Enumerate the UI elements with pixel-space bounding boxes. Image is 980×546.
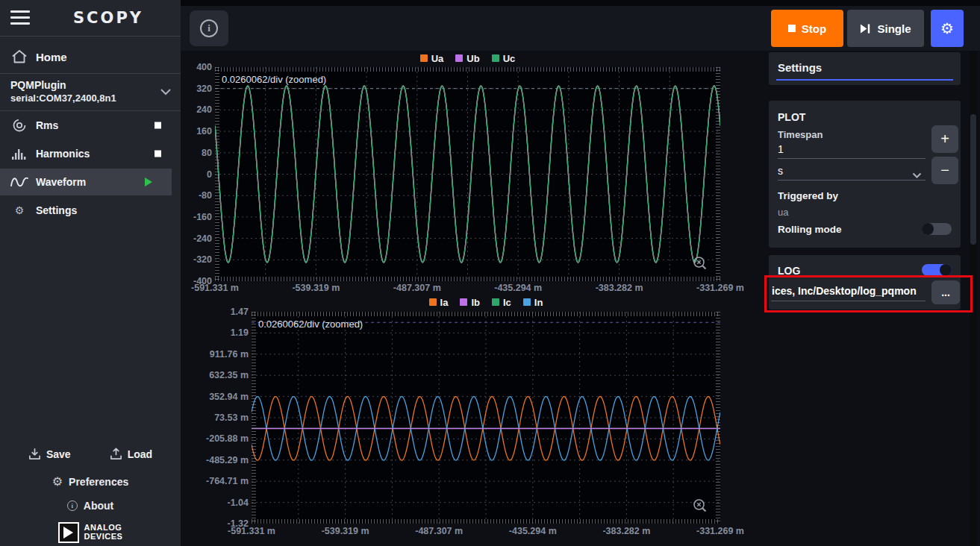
stopped-indicator — [155, 151, 161, 157]
toolbar: i Stop Single ⚙ — [181, 6, 980, 51]
y-tick-label: -160 — [193, 212, 212, 222]
legend-item-Ib: Ib — [460, 297, 480, 308]
x-tick-label: -591.331 m — [191, 283, 239, 293]
about-button[interactable]: i About — [0, 500, 181, 512]
hamburger-menu-icon[interactable] — [10, 10, 30, 25]
y-tick-label: -80 — [199, 190, 212, 201]
legend-item-In: In — [523, 297, 543, 308]
legend-item-Ub: Ub — [455, 53, 479, 64]
x-tick-label: -487.307 m — [415, 526, 463, 536]
adi-triangle-icon — [58, 522, 79, 543]
legend-label: Ua — [431, 53, 444, 64]
stop-button[interactable]: Stop — [771, 10, 843, 47]
rolling-mode-label: Rolling mode — [778, 224, 842, 235]
chevron-down-icon[interactable] — [160, 85, 172, 98]
x-tick-label: -383.282 m — [596, 283, 643, 293]
x-minor-ticks — [215, 277, 720, 281]
gear-icon: ⚙ — [940, 19, 954, 37]
legend-swatch-icon — [460, 298, 467, 306]
timespan-unit-select[interactable]: s — [778, 165, 783, 177]
legend-label: Ia — [440, 297, 449, 308]
y-tick-label: -1.04 — [228, 498, 249, 508]
y-minor-ticks — [716, 312, 720, 524]
y-tick-label: 911.76 m — [210, 349, 249, 360]
sidebar-item-home[interactable]: Home — [0, 43, 181, 70]
sidebar-item-waveform[interactable]: Waveform — [0, 169, 172, 195]
info-icon: i — [67, 501, 78, 511]
y-tick-label: 80 — [202, 148, 212, 158]
divider — [0, 73, 181, 74]
preferences-label: Preferences — [69, 476, 128, 488]
single-label: Single — [877, 22, 911, 35]
plugin-name: PQMPlugin — [10, 79, 66, 91]
download-icon — [30, 449, 40, 459]
y-tick-label: -764.71 m — [206, 476, 249, 486]
y-minor-ticks — [252, 312, 256, 524]
legend-item-Ua: Ua — [420, 53, 444, 64]
legend-swatch-icon — [492, 298, 499, 306]
legend-label: Ib — [471, 297, 480, 308]
scrollbar-thumb[interactable] — [970, 114, 976, 245]
divider — [0, 110, 181, 111]
sidebar-item-settings[interactable]: ⚙ Settings — [0, 197, 181, 224]
rolling-mode-toggle[interactable] — [922, 223, 952, 235]
analog-devices-logo: ANALOGDEVICES — [0, 522, 181, 543]
y-tick-label: 160 — [196, 126, 212, 136]
plot-section-heading: PLOT — [778, 111, 805, 123]
x-tick-label: -487.307 m — [393, 283, 441, 293]
waveform-icon — [10, 173, 28, 191]
single-run-icon — [860, 23, 871, 34]
x-tick-label: -539.319 m — [292, 283, 340, 293]
x-tick-label: -435.294 m — [509, 526, 557, 536]
y-tick-label: 240 — [196, 104, 212, 115]
gear-icon: ⚙ — [52, 474, 63, 489]
current-x-axis: -591.331 m-539.319 m-487.307 m-435.294 m… — [252, 526, 720, 538]
div-scale-label: 0.0260062/div (zoomed) — [258, 318, 363, 330]
single-button[interactable]: Single — [847, 10, 924, 47]
zoom-reset-icon[interactable] — [692, 498, 708, 517]
timespan-input[interactable]: 1 — [778, 143, 784, 155]
x-tick-label: -435.294 m — [494, 283, 542, 293]
sidebar-item-rms[interactable]: Rms — [0, 112, 181, 139]
log-toggle[interactable] — [922, 264, 952, 276]
legend-label: Ub — [466, 53, 479, 64]
harmonics-icon — [10, 145, 28, 163]
about-label: About — [84, 500, 113, 512]
settings-panel-title: Settings — [778, 61, 822, 74]
settings-panel-button[interactable]: ⚙ — [931, 10, 964, 47]
y-tick-label: 1.47 — [231, 307, 249, 317]
save-button[interactable]: Save — [28, 448, 71, 460]
legend-label: Ic — [503, 297, 511, 308]
voltage-plot[interactable]: 0.0260062/div (zoomed) — [215, 67, 720, 281]
input-underline — [778, 158, 926, 159]
sidebar-item-label: Waveform — [36, 176, 86, 188]
save-label: Save — [46, 448, 71, 460]
divider — [0, 36, 181, 37]
plot-info-button[interactable]: i — [190, 10, 228, 46]
y-tick-label: 400 — [196, 62, 212, 72]
current-y-axis: 1.471.19911.76 m632.35 m352.94 m73.53 m-… — [181, 312, 249, 524]
timespan-increment-button[interactable]: + — [931, 125, 958, 153]
y-tick-label: 632.35 m — [209, 370, 249, 380]
y-tick-label: 1.19 — [231, 327, 249, 338]
timespan-decrement-button[interactable]: − — [931, 157, 958, 184]
sidebar-footer: Save Load — [0, 448, 181, 460]
home-icon — [10, 48, 28, 66]
timespan-label: Timespan — [778, 129, 823, 140]
legend-label: Uc — [503, 53, 516, 64]
zoom-reset-icon[interactable] — [692, 255, 708, 274]
sidebar: SCOPY Home PQMPlugin serial:COM37,2400,8… — [0, 0, 181, 546]
current-plot[interactable]: 0.0260062/div (zoomed) — [252, 312, 720, 524]
sidebar-item-label: Home — [36, 51, 67, 63]
triggered-by-label: Triggered by — [778, 190, 838, 201]
sidebar-item-harmonics[interactable]: Harmonics — [0, 140, 181, 167]
y-tick-label: -240 — [193, 233, 212, 244]
legend-swatch-icon — [492, 54, 499, 62]
scopy-logo: SCOPY — [36, 9, 181, 27]
preferences-button[interactable]: ⚙ Preferences — [0, 474, 181, 489]
info-icon: i — [200, 19, 218, 37]
y-tick-label: -205.88 m — [206, 433, 249, 444]
sidebar-item-label: Settings — [36, 204, 77, 216]
load-button[interactable]: Load — [110, 448, 152, 460]
x-tick-label: -539.319 m — [322, 526, 369, 536]
